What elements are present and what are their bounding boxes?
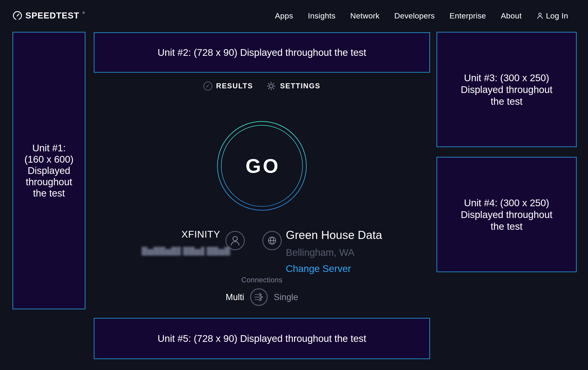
nav-item-about[interactable]: About: [501, 11, 522, 20]
redacted-provider-detail: █▆██▆█▋██▆▋██▆█: [142, 247, 231, 255]
server-info: Green House Data Bellingham, WA Change S…: [286, 229, 382, 274]
nav-login-button[interactable]: Log In: [536, 11, 568, 20]
speedtest-logo[interactable]: SPEEDTEST ®: [13, 11, 84, 20]
nav-item-apps[interactable]: Apps: [275, 11, 293, 20]
connections-section: Connections Multi Single: [94, 276, 430, 306]
connections-toggle-row: Multi Single: [94, 288, 430, 306]
provider-name: XFINITY: [142, 229, 220, 240]
tab-results[interactable]: ✓ RESULTS: [203, 82, 253, 90]
nav-item-enterprise[interactable]: Enterprise: [450, 11, 486, 20]
ad-unit-4-text: Unit #4: (300 x 250) Displayed throughou…: [461, 197, 552, 232]
nav-menu: Apps Insights Network Developers Enterpr…: [275, 11, 568, 20]
change-server-link[interactable]: Change Server: [286, 264, 382, 274]
gear-icon: [266, 81, 276, 91]
server-name: Green House Data: [286, 229, 382, 241]
server-location: Bellingham, WA: [286, 248, 382, 258]
trademark-symbol: ®: [83, 11, 85, 15]
ad-unit-2-text: Unit #2: (728 x 90) Displayed throughout…: [158, 47, 366, 58]
settings-label: SETTINGS: [280, 82, 320, 90]
login-label: Log In: [546, 11, 568, 20]
ad-unit-1-skyscraper[interactable]: Unit #1: (160 x 600) Displayed throughou…: [12, 32, 85, 309]
go-button-area: GO: [94, 121, 430, 211]
tabs-row: ✓ RESULTS SETTINGS: [94, 81, 430, 91]
ad-unit-3-text: Unit #3: (300 x 250) Displayed throughou…: [461, 72, 552, 107]
person-icon: [536, 12, 543, 20]
connections-toggle[interactable]: [250, 288, 268, 306]
nav-item-developers[interactable]: Developers: [394, 11, 435, 20]
ad-unit-4-rectangle[interactable]: Unit #4: (300 x 250) Displayed throughou…: [437, 157, 577, 272]
connections-single-label[interactable]: Single: [274, 292, 298, 302]
results-check-icon: ✓: [203, 82, 212, 90]
brand-name: SPEEDTEST: [25, 11, 79, 20]
results-label: RESULTS: [216, 82, 253, 90]
connections-heading: Connections: [94, 276, 430, 284]
top-nav: SPEEDTEST ® Apps Insights Network Develo…: [0, 0, 588, 31]
nav-item-network[interactable]: Network: [350, 11, 380, 20]
nav-item-insights[interactable]: Insights: [308, 11, 336, 20]
provider-info: XFINITY █▆██▆█▋██▆▋██▆█: [142, 229, 220, 255]
go-label: GO: [217, 121, 307, 211]
tab-settings[interactable]: SETTINGS: [266, 81, 320, 91]
connections-multi-label[interactable]: Multi: [226, 292, 244, 302]
ad-unit-3-rectangle[interactable]: Unit #3: (300 x 250) Displayed throughou…: [437, 32, 577, 147]
ad-unit-2-leaderboard[interactable]: Unit #2: (728 x 90) Displayed throughout…: [94, 32, 430, 73]
provider-server-row: XFINITY █▆██▆█▋██▆▋██▆█ Green House Data…: [94, 229, 430, 274]
multi-connection-arrows-icon: [250, 288, 268, 306]
ad-unit-5-text: Unit #5: (728 x 90) Displayed throughout…: [158, 333, 366, 344]
ad-unit-5-leaderboard[interactable]: Unit #5: (728 x 90) Displayed throughout…: [94, 318, 430, 359]
server-globe-icon: [262, 231, 282, 250]
ad-unit-1-text: Unit #1: (160 x 600) Displayed throughou…: [24, 142, 74, 199]
speedtest-gauge-icon: [13, 11, 22, 20]
go-button[interactable]: GO: [217, 121, 307, 211]
